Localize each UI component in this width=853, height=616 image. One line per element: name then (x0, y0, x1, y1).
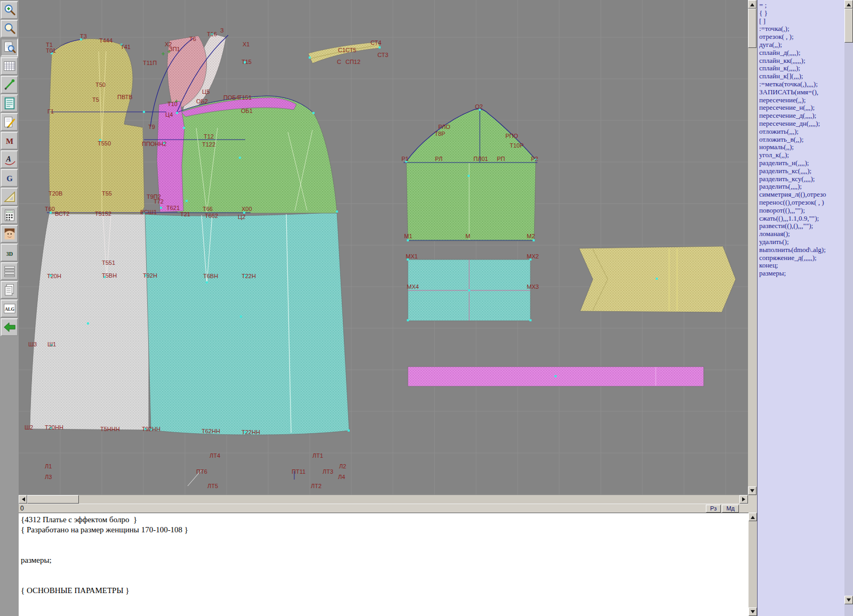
rz-mode-button[interactable]: Рз (706, 505, 721, 513)
cad-application-window: { "toolbar": { "buttons": [ {"name":"zoo… (0, 0, 853, 616)
command-item[interactable]: = ; (759, 2, 844, 10)
editor-vertical-scrollbar[interactable] (749, 513, 757, 616)
drawing-canvas[interactable]: Т1Т01Т3Т444Т41Х2ЗП1Т6Т16ЗХ1Т15Т11ПТ50Т5П… (19, 0, 748, 495)
preview-tool-button[interactable] (1, 38, 18, 56)
command-item[interactable]: { } (759, 10, 844, 18)
sheets-tool-button[interactable] (1, 281, 18, 299)
point-label: Т55 (102, 190, 112, 197)
back-tool-button[interactable] (1, 318, 18, 336)
point-label: Л3 (45, 474, 52, 480)
command-item[interactable]: ЗАПИСАТЬ(имя=(), (759, 88, 844, 96)
command-item[interactable]: :=точка(,); (759, 25, 844, 33)
horizontal-scroll-thumb[interactable] (27, 495, 79, 504)
vertical-scroll-thumb[interactable] (844, 9, 853, 43)
measurements-tool-button[interactable]: M (1, 132, 18, 150)
command-item[interactable]: развести((),(),,,""); (759, 222, 844, 230)
command-item[interactable]: разделить_ксу(,,,,); (759, 175, 844, 183)
point-label: ОБ2 (196, 98, 208, 104)
scroll-right-button[interactable] (739, 495, 748, 504)
command-item[interactable]: отрезок( , ); (759, 33, 844, 41)
canvas-horizontal-scrollbar[interactable] (19, 495, 748, 504)
md-mode-button[interactable]: Мд (722, 505, 739, 513)
command-item[interactable]: разделить(,,,,); (759, 183, 844, 191)
point-label: Т6 (189, 36, 196, 42)
command-item[interactable]: конец; (759, 262, 844, 270)
edit-doc-tool-button[interactable] (1, 113, 18, 131)
algorithm-tool-button[interactable]: ALG (1, 299, 18, 318)
down-arrow-icon (751, 610, 755, 615)
layers-tool-button[interactable] (1, 262, 18, 280)
point-label: РЛО (438, 124, 450, 130)
pattern-piece-main-skirt[interactable] (145, 212, 349, 435)
zoom-tool-button[interactable] (1, 20, 18, 38)
scroll-down-button[interactable] (749, 607, 757, 616)
graphics-tool-button[interactable]: G (1, 169, 18, 187)
command-item[interactable]: удалить(); (759, 238, 844, 246)
model-photo-tool-button[interactable] (1, 225, 18, 243)
grid-tool-button[interactable] (1, 57, 18, 75)
scroll-up-button[interactable] (749, 513, 757, 521)
point-label: ВСТ2 (55, 210, 69, 217)
panel-vertical-scrollbar[interactable] (844, 0, 853, 616)
point-label: З (220, 27, 224, 34)
point-label: Т550 (98, 140, 111, 147)
command-item[interactable]: поворот((),,,""); (759, 207, 844, 215)
command-item[interactable]: сплайн_к[](,,,); (759, 72, 844, 80)
command-item[interactable]: отложить(,,,); (759, 128, 844, 136)
sheets-tool-icon (3, 283, 17, 297)
table-doc-tool-button[interactable] (1, 94, 18, 112)
pattern-drawing-surface[interactable]: Т1Т01Т3Т444Т41Х2ЗП1Т6Т16ЗХ1Т15Т11ПТ50Т5П… (19, 0, 748, 495)
pattern-piece-front-bodice[interactable] (49, 39, 144, 214)
command-item[interactable]: [ ] (759, 18, 844, 26)
command-item[interactable]: размеры; (759, 270, 844, 278)
command-item[interactable]: :=метка(точка(,),,,,); (759, 80, 844, 88)
command-item[interactable]: нормаль(,,); (759, 143, 844, 151)
command-item[interactable]: сплайн_д(,,,,); (759, 49, 844, 57)
layers-tool-icon (3, 264, 17, 278)
scroll-left-button[interactable] (19, 495, 27, 504)
command-item[interactable]: выполнить(dmod\.alg); (759, 246, 844, 254)
drafting-tool-button[interactable] (1, 188, 18, 206)
scroll-up-button[interactable] (844, 0, 853, 9)
command-item[interactable]: пересечение_дн(,,,,); (759, 120, 844, 128)
editor-line: {4312 Платье с эффектом болро } (21, 515, 749, 525)
command-item[interactable]: угол_к(,,); (759, 151, 844, 159)
command-item[interactable]: перенос((),отрезок( , ) (759, 199, 844, 207)
command-item[interactable]: пересечение_н(,,,); (759, 104, 844, 112)
vertical-scroll-thumb[interactable] (748, 9, 757, 48)
script-editor[interactable]: {4312 Платье с эффектом болро }{ Разрабо… (19, 513, 749, 616)
pattern-piece-left-skirt[interactable] (30, 214, 149, 430)
calculator-tool-button[interactable] (1, 206, 18, 224)
preview-tool-icon (3, 40, 17, 54)
command-item[interactable]: сплайн_кк(,,,,,); (759, 57, 844, 65)
pin-tool-icon (3, 78, 17, 92)
command-item[interactable]: пересечение(,,); (759, 96, 844, 104)
command-item[interactable]: сплайн_к(,,,,); (759, 64, 844, 72)
zoom-in-tool-button[interactable] (1, 1, 18, 19)
point-label: С1СТ5 (338, 47, 356, 53)
command-item[interactable]: симметрия_л((),отрезо (759, 191, 844, 199)
scroll-down-button[interactable] (748, 487, 757, 495)
point-label: Х1 (243, 41, 250, 47)
point-label: МХ2 (527, 253, 539, 260)
command-item[interactable]: отложить_в(,,); (759, 136, 844, 144)
command-item[interactable]: разделить_н(,,,,); (759, 159, 844, 167)
font-tool-icon: A (3, 152, 17, 166)
point-label: Т12 (204, 133, 214, 140)
font-tool-button[interactable]: A (1, 150, 18, 168)
point-label: Т3 (80, 33, 87, 39)
point-label: Т20НН (45, 424, 63, 431)
scroll-down-button[interactable] (844, 596, 853, 604)
point-label: Т66 (203, 206, 213, 212)
point-label: ПОБ4 (223, 94, 239, 101)
command-item[interactable]: ломаная(); (759, 230, 844, 238)
pin-tool-button[interactable] (1, 76, 18, 94)
scroll-up-button[interactable] (748, 0, 757, 9)
command-item[interactable]: сжать((),,,1.1,0.9,""); (759, 215, 844, 223)
command-item[interactable]: пересечение_д(,,,,); (759, 112, 844, 120)
command-item[interactable]: дуга(,,); (759, 41, 844, 49)
view-3d-tool-button[interactable]: 3D (1, 244, 18, 262)
command-item[interactable]: разделить_кс(,,,,); (759, 167, 844, 175)
canvas-vertical-scrollbar[interactable] (748, 0, 757, 495)
command-item[interactable]: сопряжение_д(,,,,,); (759, 254, 844, 262)
